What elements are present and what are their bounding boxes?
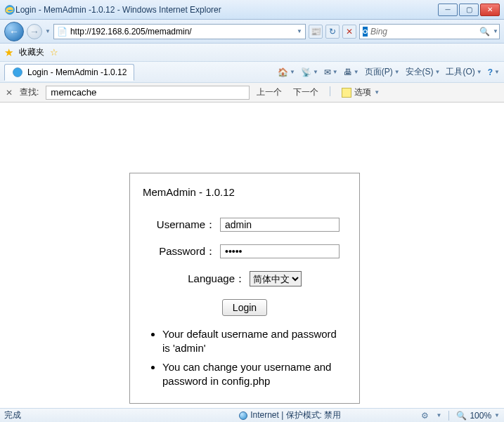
home-button[interactable]: 🏠▼ xyxy=(278,67,295,77)
search-box[interactable]: O 🔍 ▼ xyxy=(359,24,500,39)
back-button[interactable]: ← xyxy=(4,22,24,41)
tab-toolbar-row: Login - MemAdmin -1.0.12 🏠▼ 📡▼ ✉▼ 🖶▼ 页面(… xyxy=(0,62,504,83)
language-label: Language： xyxy=(143,272,250,286)
login-button[interactable]: Login xyxy=(222,299,267,316)
password-input[interactable] xyxy=(220,244,340,258)
window-title: Login - MemAdmin -1.0.12 - Windows Inter… xyxy=(15,5,438,15)
minimize-button[interactable]: ─ xyxy=(438,4,458,16)
search-dropdown-icon[interactable]: ▼ xyxy=(493,28,498,34)
language-select[interactable]: 简体中文 xyxy=(250,271,302,286)
safety-menu[interactable]: 安全(S)▼ xyxy=(406,66,441,78)
tools-menu[interactable]: 工具(O)▼ xyxy=(446,66,482,78)
ie-logo-icon xyxy=(4,4,15,15)
find-input[interactable] xyxy=(46,86,250,100)
address-bar-row: ← → ▼ 📄 ▼ 📰 ↻ ✕ O 🔍 ▼ xyxy=(0,20,504,44)
nav-history-dropdown[interactable]: ▼ xyxy=(45,28,51,34)
protected-mode-icon[interactable]: ⚙ xyxy=(421,411,429,421)
browser-tab[interactable]: Login - MemAdmin -1.0.12 xyxy=(4,64,134,81)
print-button[interactable]: 🖶▼ xyxy=(344,67,359,77)
url-dropdown-icon[interactable]: ▼ xyxy=(297,28,302,34)
close-button[interactable]: ✕ xyxy=(480,4,500,16)
refresh-button[interactable]: ↻ xyxy=(325,25,340,39)
username-input[interactable] xyxy=(220,218,340,232)
help-button[interactable]: ?▼ xyxy=(488,67,500,77)
login-panel: MemAdmin - 1.0.12 Username： Password： La… xyxy=(129,173,360,404)
login-heading: MemAdmin - 1.0.12 xyxy=(143,186,347,198)
find-close-icon[interactable]: ✕ xyxy=(6,88,13,98)
find-next-button[interactable]: 下一个 xyxy=(293,86,318,98)
page-icon: 📄 xyxy=(57,27,67,37)
zoom-control[interactable]: 🔍 100% ▼ xyxy=(456,411,500,421)
add-favorites-icon[interactable]: ☆ xyxy=(50,47,58,58)
favorites-star-icon[interactable]: ★ xyxy=(4,46,13,59)
page-menu[interactable]: 页面(P)▼ xyxy=(365,66,400,78)
favorites-bar: ★ 收藏夹 ☆ xyxy=(0,44,504,62)
tab-favicon xyxy=(12,67,23,78)
forward-button[interactable]: → xyxy=(27,24,42,39)
read-mail-button[interactable]: ✉▼ xyxy=(324,67,338,77)
tab-label: Login - MemAdmin -1.0.12 xyxy=(27,67,127,77)
highlight-icon xyxy=(342,88,351,98)
search-go-icon[interactable]: 🔍 xyxy=(479,27,490,37)
search-provider-icon: O xyxy=(363,27,368,37)
page-content: MemAdmin - 1.0.12 Username： Password： La… xyxy=(0,103,504,408)
hint-item: Your default username and password is 'a… xyxy=(162,327,347,355)
stop-button[interactable]: ✕ xyxy=(342,25,356,39)
maximize-button[interactable]: ▢ xyxy=(459,4,479,16)
search-input[interactable] xyxy=(370,27,477,37)
url-input[interactable] xyxy=(70,27,294,37)
status-text: 完成 xyxy=(4,409,159,421)
find-prev-button[interactable]: 上一个 xyxy=(257,86,282,98)
username-label: Username： xyxy=(143,218,220,232)
security-zone-text: Internet | 保护模式: 禁用 xyxy=(250,409,341,421)
favorites-label[interactable]: 收藏夹 xyxy=(19,46,44,58)
find-label: 查找: xyxy=(20,86,39,98)
find-bar: ✕ 查找: 上一个 下一个 选项▼ xyxy=(0,83,504,103)
window-titlebar: Login - MemAdmin -1.0.12 - Windows Inter… xyxy=(0,0,504,20)
login-hints: Your default username and password is 'a… xyxy=(143,327,347,388)
zone-globe-icon xyxy=(239,411,247,420)
command-bar: 🏠▼ 📡▼ ✉▼ 🖶▼ 页面(P)▼ 安全(S)▼ 工具(O)▼ ?▼ xyxy=(278,66,500,78)
find-options-button[interactable]: 选项▼ xyxy=(342,86,380,98)
feeds-button[interactable]: 📡▼ xyxy=(301,67,318,77)
address-bar[interactable]: 📄 ▼ xyxy=(53,24,306,39)
status-bar: 完成 Internet | 保护模式: 禁用 ⚙▼ 🔍 100% ▼ xyxy=(0,408,504,422)
compat-view-button[interactable]: 📰 xyxy=(309,25,323,39)
password-label: Password： xyxy=(143,245,220,258)
hint-item: You can change your username and passwor… xyxy=(162,360,347,388)
